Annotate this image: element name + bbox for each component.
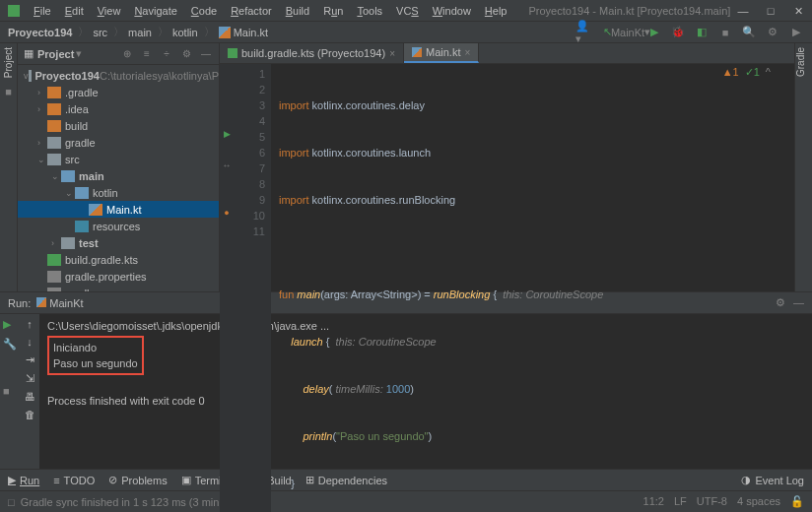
menu-view[interactable]: View [92,3,127,19]
down-icon[interactable]: ↓ [27,336,33,348]
tab-build-gradle[interactable]: build.gradle.kts (Proyecto194)× [220,43,404,63]
run-title: Run: [8,297,31,309]
settings-icon[interactable]: ⚙ [179,47,193,61]
tree-item[interactable]: build [18,117,219,134]
settings-icon[interactable]: ⚙ [765,25,780,40]
tab-main-kt[interactable]: Main.kt× [404,43,479,63]
rerun-icon[interactable]: ▶ [3,318,17,332]
status-icon: □ [8,496,15,508]
titlebar: File Edit View Navigate Code Refactor Bu… [0,0,812,22]
stop-button[interactable]: ■ [717,25,733,40]
maximize-button[interactable]: □ [757,0,784,22]
run-gutter-icon[interactable]: ▶ [220,129,234,145]
kotlin-file-icon [219,27,231,38]
editor-tabs: build.gradle.kts (Proyecto194)× Main.kt× [220,43,794,64]
tree-item[interactable]: ›.idea [18,100,219,117]
tree-item[interactable]: ›test [18,234,219,251]
tree-item[interactable]: ⌄kotlin [18,184,219,201]
coverage-button[interactable]: ◧ [694,25,710,40]
menu-edit[interactable]: Edit [59,3,90,19]
menu-code[interactable]: Code [185,3,223,19]
tree-root[interactable]: vProyecto194 C:\tutorialesya\kotlinya\P [18,67,219,84]
run-config-name: MainKt [49,297,83,309]
up-icon[interactable]: ↑ [27,318,33,330]
warning-gutter-icon[interactable]: ● [220,208,234,224]
tree-item[interactable]: gradle.properties [18,268,219,285]
tree-item[interactable]: ⌄src [18,151,219,167]
panel-title: Project [37,48,74,60]
ok-count[interactable]: ✓1 [745,66,760,79]
breadcrumb[interactable]: Main.kt [234,27,268,38]
menu-navigate[interactable]: Navigate [128,3,182,19]
menu-vcs[interactable]: VCS [390,3,425,19]
collapse-icon[interactable]: ÷ [160,47,173,61]
breadcrumb[interactable]: kotlin [172,27,198,38]
run-actions: ▶ 🔧 ■ [0,314,20,469]
expand-icon[interactable]: ≡ [140,47,154,61]
warning-count[interactable]: ▲1 [722,66,739,79]
scroll-icon[interactable]: ⇲ [26,372,34,385]
menubar: File Edit View Navigate Code Refactor Bu… [28,3,512,19]
breadcrumb[interactable]: Proyecto194 [8,27,72,38]
ij-logo-icon [8,5,20,17]
navbar: Proyecto194〉 src〉 main〉 kotlin〉 Main.kt … [0,22,812,43]
project-view-icon: ▦ [24,47,34,60]
close-button[interactable]: ✕ [784,0,812,22]
tree-item[interactable]: Main.kt [18,201,219,218]
wrench-icon[interactable]: 🔧 [3,338,17,352]
run-button[interactable]: ▶ [646,25,662,40]
menu-tools[interactable]: Tools [351,3,388,19]
gradle-sync-icon[interactable]: ▶ [788,25,804,40]
locate-icon[interactable]: ⊕ [120,47,134,61]
menu-help[interactable]: Help [479,3,513,19]
breadcrumb[interactable]: main [128,27,152,38]
menu-file[interactable]: File [28,3,57,19]
tree-item[interactable]: ⌄main [18,167,219,184]
bottom-todo[interactable]: ≡ TODO [53,475,95,486]
project-tree[interactable]: vProyecto194 C:\tutorialesya\kotlinya\P … [18,65,219,291]
tree-item[interactable]: gradlew [18,285,219,291]
left-toolbar: Project ■ [0,43,18,291]
trash-icon[interactable]: 🗑 [25,409,35,420]
bookmark-icon[interactable]: ■ [5,86,12,97]
tree-item[interactable]: build.gradle.kts [18,251,219,268]
bottom-problems[interactable]: ⊘ Problems [108,474,167,486]
code-editor[interactable]: ▶ ↔ ● 1234567891011 import kotlinx.corou… [220,64,794,512]
breadcrumb[interactable]: src [93,27,107,38]
user-icon[interactable]: 👤▾ [575,25,591,40]
window-title: Proyecto194 - Main.kt [Proyecto194.main] [528,5,730,17]
project-tool-button[interactable]: Project [3,47,14,78]
highlighted-output: Iniciando Paso un segundo [47,336,144,375]
run-config-selector[interactable]: MainKt ▾ [623,25,639,40]
tree-item[interactable]: ›.gradle [18,84,219,100]
bottom-run[interactable]: ▶ Run [8,474,39,486]
menu-build[interactable]: Build [280,3,315,19]
soft-wrap-icon[interactable]: ⇥ [26,353,34,366]
run-hide-icon[interactable]: — [793,296,804,309]
close-icon[interactable]: × [389,48,395,59]
code-area[interactable]: import kotlinx.coroutines.delay import k… [271,64,794,512]
debug-button[interactable]: 🐞 [670,25,686,40]
print-icon[interactable]: 🖶 [25,391,35,403]
close-icon[interactable]: × [464,47,470,58]
collapse-gutter-icon[interactable]: ↔ [220,160,234,176]
tree-item[interactable]: ›gradle [18,134,219,151]
tree-item[interactable]: resources [18,218,219,234]
menu-run[interactable]: Run [317,3,349,19]
hide-icon[interactable]: — [199,47,213,61]
menu-refactor[interactable]: Refactor [225,3,278,19]
search-icon[interactable]: 🔍 [741,25,757,40]
stop-icon[interactable]: ■ [3,385,17,399]
gradle-tool-button[interactable]: Gradle [795,47,806,77]
menu-window[interactable]: Window [427,3,477,19]
line-gutter: 1234567891011 [234,64,271,512]
expand-inspect-icon[interactable]: ^ [766,66,771,79]
minimize-button[interactable]: — [729,0,757,22]
project-panel: ▦ Project ▾ ⊕ ≡ ÷ ⚙ — vProyecto194 C:\tu… [18,43,220,291]
right-toolbar: Gradle [794,43,812,291]
run-actions2: ↑ ↓ ⇥ ⇲ 🖶 🗑 [20,314,39,469]
